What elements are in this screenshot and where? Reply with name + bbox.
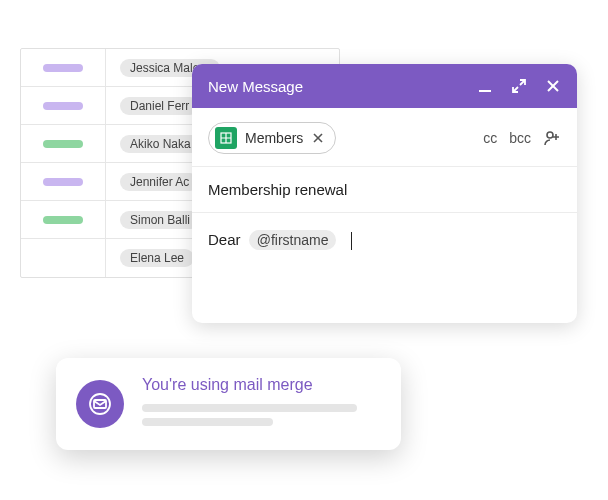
skeleton-line [142,418,273,426]
mail-merge-content: You're using mail merge [142,376,381,432]
merge-field-token[interactable]: @firstname [249,230,337,250]
compose-header: New Message [192,64,577,108]
svg-point-8 [547,132,553,138]
expand-icon[interactable] [511,78,527,94]
remove-recipient-icon[interactable] [311,131,325,145]
status-cell [21,201,106,238]
recipient-chip-label: Members [245,130,303,146]
skeleton-line [142,404,357,412]
body-greeting-text: Dear [208,231,241,248]
member-name-chip[interactable]: Simon Balli [120,211,200,229]
status-pill [43,178,83,186]
sheets-icon [215,127,237,149]
compose-body[interactable]: Dear @firstname [192,213,577,323]
compose-window: New Message Members [192,64,577,323]
recipient-chip[interactable]: Members [208,122,336,154]
member-name-chip[interactable]: Daniel Ferr [120,97,199,115]
status-pill [43,64,83,72]
minimize-icon[interactable] [477,78,493,94]
text-cursor [351,232,352,250]
mail-merge-title: You're using mail merge [142,376,381,394]
add-recipient-icon[interactable] [543,129,561,147]
status-cell [21,49,106,86]
subject-input[interactable]: Membership renewal [192,167,577,213]
compose-title: New Message [208,78,477,95]
status-cell [21,163,106,200]
status-cell [21,87,106,124]
status-pill [43,216,83,224]
cc-button[interactable]: cc [483,130,497,146]
status-pill [43,140,83,148]
status-pill [43,102,83,110]
close-icon[interactable] [545,78,561,94]
compose-window-actions [477,78,561,94]
status-cell [21,239,106,277]
recipients-row[interactable]: Members cc bcc [192,108,577,167]
bcc-button[interactable]: bcc [509,130,531,146]
member-name-chip[interactable]: Elena Lee [120,249,194,267]
mail-merge-badge-icon [76,380,124,428]
member-name-chip[interactable]: Akiko Naka [120,135,201,153]
mail-merge-notice-card: You're using mail merge [56,358,401,450]
status-cell [21,125,106,162]
subject-text: Membership renewal [208,181,347,198]
member-name-chip[interactable]: Jennifer Ac [120,173,199,191]
